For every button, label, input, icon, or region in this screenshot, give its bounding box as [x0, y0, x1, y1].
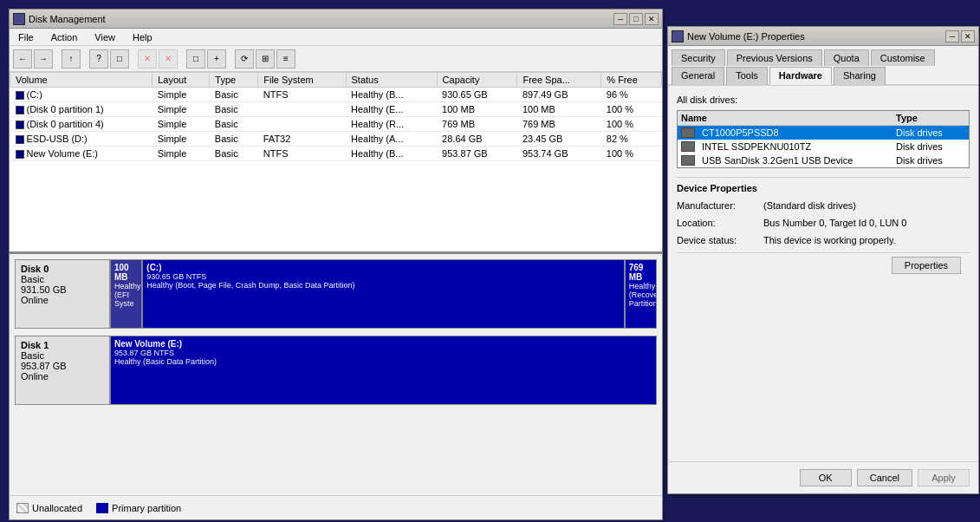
col-capacity[interactable]: Capacity — [437, 73, 517, 88]
props-minimize-button[interactable]: ─ — [945, 30, 959, 42]
cell-type: Basic — [210, 147, 258, 161]
table-row[interactable]: New Volume (E:) Simple Basic NTFS Health… — [10, 147, 662, 161]
disk-row: Disk 0 Basic 931.50 GB Online100 MBHealt… — [15, 259, 657, 329]
status-icon — [16, 135, 24, 144]
drive-list-item[interactable]: CT1000P5PSSD8Disk drives — [678, 126, 969, 140]
cell-pct: 100 % — [601, 147, 662, 161]
view-button[interactable]: ≡ — [276, 49, 295, 69]
tab-general[interactable]: General — [672, 67, 724, 85]
cell-capacity: 953.87 GB — [437, 147, 517, 161]
rescan-button[interactable]: ⊞ — [256, 49, 275, 69]
properties-button[interactable]: □ — [110, 49, 129, 69]
table-row[interactable]: (C:) Simple Basic NTFS Healthy (B... 930… — [10, 88, 662, 102]
cell-fs: NTFS — [258, 88, 346, 102]
tab-security[interactable]: Security — [672, 49, 725, 66]
drive-list-item[interactable]: USB SanDisk 3.2Gen1 USB DeviceDisk drive… — [678, 153, 969, 167]
cell-pct: 100 % — [601, 117, 662, 132]
window-controls: ─ □ ✕ — [613, 13, 659, 25]
legend-unallocated: Unallocated — [16, 503, 82, 513]
col-freespace[interactable]: Free Spa... — [517, 73, 601, 88]
tab-hardware[interactable]: Hardware — [769, 67, 832, 85]
refresh-button[interactable]: ⟳ — [235, 49, 254, 69]
menu-file[interactable]: File — [13, 30, 39, 44]
drive-type: Disk drives — [896, 155, 965, 166]
delete2-button[interactable]: ✕ — [159, 49, 178, 69]
col-pct-free[interactable]: % Free — [601, 73, 662, 88]
drive-icon — [681, 127, 695, 138]
table-row[interactable]: ESD-USB (D:) Simple Basic FAT32 Healthy … — [10, 132, 662, 147]
drive-name: USB SanDisk 3.2Gen1 USB Device — [702, 155, 892, 166]
delete-button[interactable]: ✕ — [138, 49, 157, 69]
new-volume-button[interactable]: □ — [186, 49, 205, 69]
back-button[interactable]: ← — [13, 49, 32, 69]
disk-status: Online — [21, 295, 104, 305]
maximize-button[interactable]: □ — [629, 13, 643, 25]
disk-partition[interactable]: (C:)930.65 GB NTFSHealthy (Boot, Page Fi… — [143, 260, 625, 328]
cell-status: Healthy (E... — [346, 102, 437, 117]
cell-fs — [258, 102, 346, 117]
props-close-button[interactable]: ✕ — [961, 30, 975, 42]
cell-type: Basic — [210, 132, 258, 147]
add-mirror-button[interactable]: + — [207, 49, 226, 69]
cell-pct: 100 % — [601, 102, 662, 117]
close-button[interactable]: ✕ — [645, 13, 659, 25]
up-button[interactable]: ↑ — [62, 49, 81, 69]
cell-free: 953.74 GB — [517, 147, 601, 161]
ok-button[interactable]: OK — [800, 469, 852, 486]
col-status[interactable]: Status — [346, 73, 437, 88]
disk-management-window: Disk Management ─ □ ✕ File Action View H… — [9, 9, 663, 520]
cell-capacity: 28.64 GB — [437, 132, 517, 147]
partition-sub: 930.65 GB NTFS — [146, 272, 620, 281]
tab-tools[interactable]: Tools — [726, 67, 768, 85]
disk-type: Basic — [21, 274, 104, 284]
drive-icon — [681, 141, 695, 152]
col-type[interactable]: Type — [210, 73, 258, 88]
props-title-bar: New Volume (E:) Properties ─ ✕ — [668, 27, 978, 46]
device-properties-button[interactable]: Properties — [892, 257, 961, 274]
props-window-controls: ─ ✕ — [945, 30, 975, 42]
disk-name: Disk 0 — [21, 264, 104, 274]
disk-partition[interactable]: New Volume (E:)953.87 GB NTFSHealthy (Ba… — [111, 336, 656, 404]
disk-partition[interactable]: 100 MBHealthy (EFI Syste — [111, 260, 143, 328]
cell-layout: Simple — [153, 132, 210, 147]
tab-sharing[interactable]: Sharing — [834, 67, 886, 85]
col-layout[interactable]: Layout — [153, 73, 210, 88]
tab-previous-versions[interactable]: Previous Versions — [727, 49, 822, 66]
manufacturer-label: Manufacturer: — [677, 200, 763, 211]
menu-action[interactable]: Action — [46, 30, 83, 44]
tab-quota[interactable]: Quota — [824, 49, 869, 66]
tab-customise[interactable]: Customise — [871, 49, 935, 66]
forward-button[interactable]: → — [34, 49, 53, 69]
col-volume[interactable]: Volume — [10, 73, 153, 88]
menu-help[interactable]: Help — [127, 30, 158, 44]
properties-window: New Volume (E:) Properties ─ ✕ Security … — [667, 26, 979, 494]
cell-free: 100 MB — [517, 102, 601, 117]
volume-table-container: Volume Layout Type File System Status Ca… — [10, 72, 662, 254]
table-row[interactable]: (Disk 0 partition 4) Simple Basic Health… — [10, 117, 662, 132]
disk-partitions-1: New Volume (E:)953.87 GB NTFSHealthy (Ba… — [110, 336, 657, 405]
cell-volume: (Disk 0 partition 1) — [10, 102, 153, 117]
partition-label: (C:) — [146, 263, 620, 272]
table-row[interactable]: (Disk 0 partition 1) Simple Basic Health… — [10, 102, 662, 117]
cell-volume: New Volume (E:) — [10, 147, 153, 161]
cell-fs — [258, 117, 346, 132]
device-properties: Device Properties Manufacturer: (Standar… — [677, 183, 970, 245]
cancel-button[interactable]: Cancel — [857, 469, 912, 486]
drive-list-item[interactable]: INTEL SSDPEKNU010TZDisk drives — [678, 140, 969, 153]
minimize-button[interactable]: ─ — [613, 13, 627, 25]
disk-visual-area: Disk 0 Basic 931.50 GB Online100 MBHealt… — [10, 254, 662, 495]
help-button[interactable]: ? — [89, 49, 108, 69]
cell-status: Healthy (B... — [346, 147, 437, 161]
apply-button[interactable]: Apply — [918, 469, 970, 486]
cell-capacity: 930.65 GB — [437, 88, 517, 102]
disk-type: Basic — [21, 350, 104, 361]
cell-volume: (Disk 0 partition 4) — [10, 117, 153, 132]
disk-partition[interactable]: 769 MBHealthy (Recovery Partition) — [626, 260, 656, 328]
menu-view[interactable]: View — [89, 30, 120, 44]
cell-capacity: 769 MB — [437, 117, 517, 132]
location-value: Bus Number 0, Target Id 0, LUN 0 — [763, 218, 970, 228]
manufacturer-value: (Standard disk drives) — [763, 200, 970, 211]
cell-volume: ESD-USB (D:) — [10, 132, 153, 147]
col-filesystem[interactable]: File System — [258, 73, 346, 88]
cell-free: 23.45 GB — [517, 132, 601, 147]
